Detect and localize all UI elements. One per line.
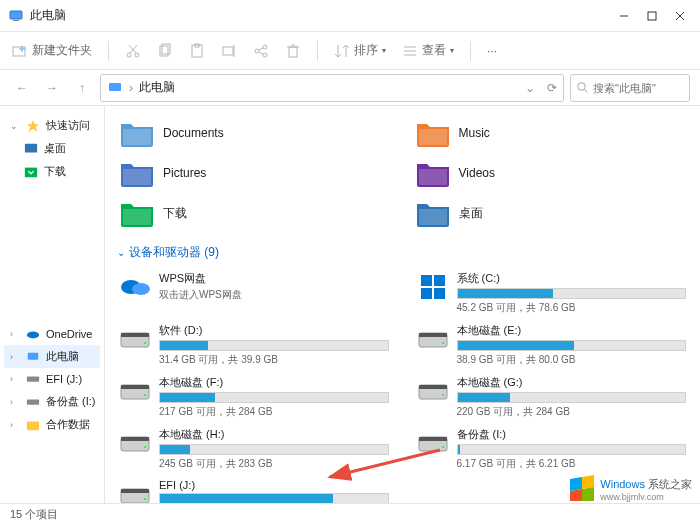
drive-item[interactable]: 软件 (D:) 31.4 GB 可用，共 39.9 GB — [117, 321, 391, 369]
minimize-button[interactable] — [618, 10, 630, 22]
pc-icon — [8, 8, 24, 24]
drive-name: 本地磁盘 (H:) — [159, 427, 389, 442]
svg-rect-42 — [27, 421, 39, 430]
drive-info: 本地磁盘 (E:) 38.9 GB 可用，共 80.0 GB — [457, 323, 687, 367]
svg-point-63 — [144, 394, 146, 396]
drive-name: 本地磁盘 (F:) — [159, 375, 389, 390]
download-icon — [24, 165, 38, 179]
sidebar-item-efi[interactable]: › EFI (J:) — [4, 368, 100, 390]
folder-item[interactable]: 下载 — [117, 196, 393, 230]
drive-name: EFI (J:) — [159, 479, 389, 491]
svg-line-12 — [129, 45, 136, 53]
drive-icon — [417, 323, 449, 355]
chevron-right-icon: › — [10, 352, 20, 362]
folder-icon — [415, 158, 451, 188]
svg-marker-35 — [27, 119, 39, 131]
star-icon — [26, 119, 40, 133]
up-button[interactable]: ↑ — [70, 76, 94, 100]
drive-item[interactable]: EFI (J:) 109 MB 可用，共 449 MB — [117, 477, 391, 503]
chevron-down-icon: ▾ — [382, 46, 386, 55]
back-button[interactable]: ← — [10, 76, 34, 100]
svg-rect-1 — [13, 20, 19, 21]
drive-item[interactable]: WPS网盘双击进入WPS网盘 — [117, 269, 391, 317]
search-box[interactable] — [570, 74, 690, 102]
search-icon — [577, 82, 589, 94]
svg-point-69 — [144, 446, 146, 448]
breadcrumb-item[interactable]: 此电脑 — [139, 79, 175, 96]
paste-icon[interactable] — [189, 43, 205, 59]
sidebar-item-onedrive[interactable]: › OneDrive — [4, 323, 100, 345]
delete-icon[interactable] — [285, 43, 301, 59]
svg-rect-46 — [419, 169, 447, 185]
rename-icon[interactable] — [221, 43, 237, 59]
chevron-down-icon: ⌄ — [10, 121, 20, 131]
sidebar-item-download[interactable]: 下载 — [4, 160, 100, 183]
sort-button[interactable]: 排序 ▾ — [334, 42, 386, 59]
drive-icon — [119, 323, 151, 355]
drive-icon — [119, 271, 151, 303]
refresh-icon[interactable]: ⟳ — [547, 81, 557, 95]
addressbar: ← → ↑ › 此电脑 ⌄ ⟳ — [0, 70, 700, 106]
folder-item[interactable]: Music — [413, 116, 689, 150]
forward-button[interactable]: → — [40, 76, 64, 100]
copy-icon[interactable] — [157, 43, 173, 59]
new-folder-label: 新建文件夹 — [32, 42, 92, 59]
sidebar-item-quick-access[interactable]: ⌄ 快速访问 — [4, 114, 100, 137]
drive-capacity-bar — [457, 392, 687, 403]
sidebar-item-desktop[interactable]: 桌面 — [4, 137, 100, 160]
folder-name: 桌面 — [459, 205, 483, 222]
share-icon[interactable] — [253, 43, 269, 59]
new-folder-button[interactable]: 新建文件夹 — [12, 42, 92, 59]
svg-point-66 — [442, 394, 444, 396]
sidebar-item-partner[interactable]: › 合作数据 — [4, 413, 100, 436]
svg-point-10 — [135, 53, 139, 57]
sidebar-item-backup[interactable]: › 备份盘 (I:) — [4, 390, 100, 413]
folder-item[interactable]: Documents — [117, 116, 393, 150]
devices-section-header[interactable]: ⌄ 设备和驱动器 (9) — [117, 244, 688, 261]
chevron-down-icon: ⌄ — [117, 247, 125, 258]
maximize-button[interactable] — [646, 10, 658, 22]
chevron-right-icon: › — [10, 420, 20, 430]
drive-icon — [417, 427, 449, 459]
svg-line-23 — [259, 52, 263, 54]
drive-status: 217 GB 可用，共 284 GB — [159, 405, 389, 419]
drive-item[interactable]: 本地磁盘 (G:) 220 GB 可用，共 284 GB — [415, 373, 689, 421]
svg-rect-45 — [123, 169, 151, 185]
view-label: 查看 — [422, 42, 446, 59]
view-button[interactable]: 查看 ▾ — [402, 42, 454, 59]
more-button[interactable]: ··· — [487, 44, 497, 58]
sidebar-label: 桌面 — [44, 141, 66, 156]
drive-icon — [417, 375, 449, 407]
drive-capacity-bar — [159, 392, 389, 403]
drive-item[interactable]: 备份盘 (I:) 6.17 GB 可用，共 6.21 GB — [415, 425, 689, 473]
drive-item[interactable]: 本地磁盘 (E:) 38.9 GB 可用，共 80.0 GB — [415, 321, 689, 369]
drive-subtitle: 双击进入WPS网盘 — [159, 288, 389, 302]
svg-rect-40 — [27, 376, 39, 381]
svg-point-33 — [578, 82, 586, 90]
svg-rect-24 — [289, 47, 297, 57]
sort-label: 排序 — [354, 42, 378, 59]
cut-icon[interactable] — [125, 43, 141, 59]
folder-item[interactable]: 桌面 — [413, 196, 689, 230]
folder-item[interactable]: Pictures — [117, 156, 393, 190]
folder-item[interactable]: Videos — [413, 156, 689, 190]
chevron-down-icon[interactable]: ⌄ — [525, 81, 535, 95]
sidebar-label: EFI (J:) — [46, 373, 82, 385]
svg-point-38 — [27, 331, 39, 338]
svg-point-72 — [442, 446, 444, 448]
chevron-right-icon: › — [129, 81, 133, 95]
desktop-icon — [24, 142, 38, 156]
drive-item[interactable]: 本地磁盘 (F:) 217 GB 可用，共 284 GB — [117, 373, 391, 421]
drive-status: 38.9 GB 可用，共 80.0 GB — [457, 353, 687, 367]
drive-item[interactable]: 本地磁盘 (H:) 245 GB 可用，共 283 GB — [117, 425, 391, 473]
folder-name: Music — [459, 126, 490, 140]
close-button[interactable] — [674, 10, 686, 22]
folder-name: Documents — [163, 126, 224, 140]
search-input[interactable] — [593, 82, 683, 94]
sidebar-item-this-pc[interactable]: › 此电脑 — [4, 345, 100, 368]
drive-item[interactable]: 系统 (C:) 45.2 GB 可用，共 78.6 GB — [415, 269, 689, 317]
breadcrumb[interactable]: › 此电脑 ⌄ ⟳ — [100, 74, 564, 102]
onedrive-icon — [26, 327, 40, 341]
folder-icon — [415, 118, 451, 148]
svg-point-75 — [144, 498, 146, 500]
